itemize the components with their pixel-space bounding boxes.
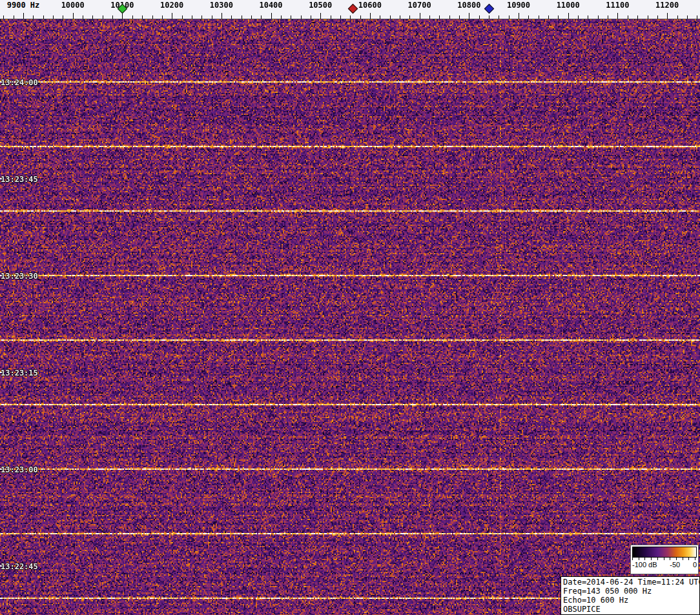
- freq-minor-tick: [331, 15, 331, 19]
- freq-minor-tick: [489, 15, 489, 19]
- freq-minor-tick: [637, 15, 638, 19]
- info-freq-line: Freq=143 050 000 Hz: [563, 587, 697, 596]
- freq-minor-tick: [687, 15, 688, 19]
- freq-minor-tick: [212, 15, 212, 19]
- freq-minor-tick: [33, 15, 34, 19]
- freq-minor-tick: [648, 15, 648, 19]
- freq-major-tick: [221, 13, 222, 19]
- freq-tick-label: 10400: [244, 1, 298, 10]
- time-label: 13:22:45: [1, 562, 38, 571]
- freq-tick-label: 10200: [145, 1, 199, 10]
- freq-tick-label: 10900: [491, 1, 546, 10]
- freq-minor-tick: [449, 15, 450, 19]
- freq-tick-label: 10000: [46, 1, 100, 10]
- spectrogram-canvas[interactable]: [0, 19, 700, 615]
- frequency-ruler[interactable]: 9900 Hz100001010010200103001040010500106…: [0, 0, 700, 19]
- freq-minor-tick: [628, 15, 628, 19]
- time-label: 13:23:00: [1, 465, 38, 474]
- freq-minor-tick: [152, 15, 153, 19]
- freq-major-tick: [172, 13, 172, 19]
- freq-minor-tick: [390, 15, 391, 19]
- freq-major-tick: [469, 13, 469, 19]
- freq-minor-tick: [548, 15, 549, 19]
- freq-minor-tick: [608, 15, 608, 19]
- freq-major-tick: [320, 13, 321, 19]
- freq-minor-tick: [142, 15, 143, 19]
- freq-tick-label: 10700: [393, 1, 447, 10]
- freq-minor-tick: [192, 15, 192, 19]
- freq-minor-tick: [53, 15, 54, 19]
- spectrogram-area: 13:24:00 13:23:45 13:23:30 13:23:15 13:2…: [0, 19, 700, 615]
- freq-major-tick: [370, 13, 371, 19]
- freq-minor-tick: [340, 15, 341, 19]
- freq-minor-tick: [598, 15, 599, 19]
- freq-major-tick: [23, 13, 24, 19]
- spectrum-monitor-window: 9900 Hz100001010010200103001040010500106…: [0, 0, 700, 615]
- freq-tick-label: 9900 Hz: [0, 1, 50, 10]
- info-station-line: OBSUPICE: [563, 605, 697, 614]
- freq-minor-tick: [697, 15, 697, 19]
- time-label: 13:24:00: [1, 78, 38, 87]
- freq-minor-tick: [578, 15, 579, 19]
- freq-minor-tick: [291, 15, 291, 19]
- freq-tick-label: 10500: [293, 1, 347, 10]
- freq-minor-tick: [231, 15, 232, 19]
- info-date-line: Date=2014-06-24 Time=11:24 UTC: [563, 578, 697, 587]
- freq-minor-tick: [360, 15, 361, 19]
- freq-major-tick: [519, 13, 519, 19]
- freq-minor-tick: [429, 15, 430, 19]
- freq-minor-tick: [528, 15, 529, 19]
- color-scale-gradient: [632, 547, 697, 558]
- freq-minor-tick: [132, 15, 133, 19]
- freq-minor-tick: [261, 15, 262, 19]
- freq-major-tick: [667, 13, 668, 19]
- info-echo-line: Echo=10 600 Hz: [563, 596, 697, 605]
- freq-minor-tick: [558, 15, 559, 19]
- freq-major-tick: [271, 13, 272, 19]
- freq-tick-label: 11100: [590, 1, 644, 10]
- freq-tick-label: 11200: [640, 1, 694, 10]
- freq-minor-tick: [242, 15, 242, 19]
- freq-minor-tick: [103, 15, 103, 19]
- freq-minor-tick: [400, 15, 400, 19]
- freq-minor-tick: [63, 15, 63, 19]
- freq-minor-tick: [251, 15, 252, 19]
- freq-minor-tick: [459, 15, 460, 19]
- freq-major-tick: [73, 13, 74, 19]
- freq-major-tick: [122, 13, 123, 19]
- freq-minor-tick: [14, 15, 14, 19]
- freq-minor-tick: [43, 15, 44, 19]
- freq-minor-tick: [201, 15, 202, 19]
- freq-tick-label: 10300: [194, 1, 249, 10]
- freq-minor-tick: [657, 15, 658, 19]
- legend-max-label: 0: [693, 561, 697, 569]
- freq-major-tick: [420, 13, 420, 19]
- time-label: 13:23:15: [1, 368, 38, 378]
- freq-minor-tick: [281, 15, 282, 19]
- freq-minor-tick: [301, 15, 302, 19]
- freq-minor-tick: [539, 15, 539, 19]
- freq-minor-tick: [112, 15, 113, 19]
- freq-minor-tick: [350, 15, 351, 19]
- freq-minor-tick: [677, 15, 678, 19]
- freq-minor-tick: [588, 15, 588, 19]
- freq-minor-tick: [479, 15, 480, 19]
- freq-minor-tick: [162, 15, 163, 19]
- freq-minor-tick: [3, 15, 4, 19]
- freq-major-tick: [617, 13, 618, 19]
- freq-minor-tick: [311, 15, 311, 19]
- time-label: 13:23:45: [1, 175, 38, 184]
- freq-minor-tick: [499, 15, 499, 19]
- freq-minor-tick: [182, 15, 183, 19]
- freq-minor-tick: [380, 15, 380, 19]
- freq-tick-label: 11000: [541, 1, 595, 10]
- freq-minor-tick: [509, 15, 510, 19]
- freq-minor-tick: [409, 15, 410, 19]
- observation-info-box: Date=2014-06-24 Time=11:24 UTC Freq=143 …: [561, 576, 700, 615]
- legend-min-label: -100 dB: [632, 561, 657, 569]
- freq-minor-tick: [439, 15, 440, 19]
- color-scale-ticks: [632, 558, 697, 560]
- intensity-legend: -100 dB -50 0: [630, 545, 699, 574]
- legend-mid-label: -50: [670, 561, 680, 569]
- freq-major-tick: [568, 13, 569, 19]
